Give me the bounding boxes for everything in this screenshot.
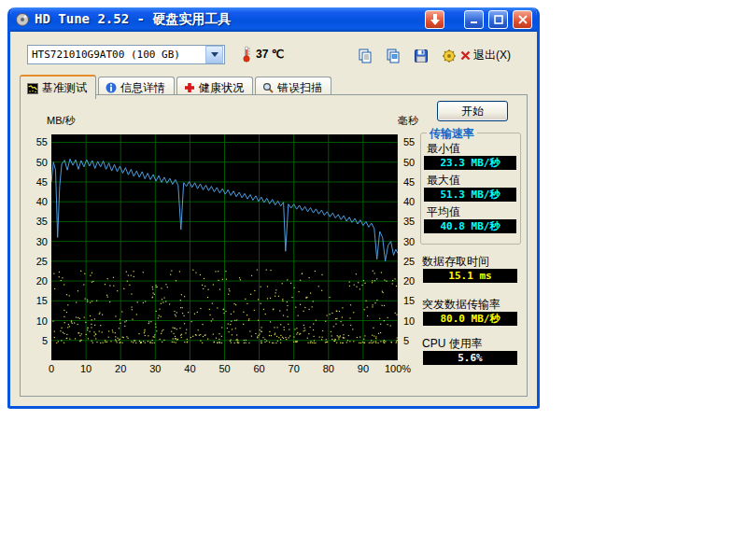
copy-screenshot-button[interactable] <box>382 46 404 66</box>
tab-benchmark[interactable]: 基准测试 <box>20 75 96 99</box>
options-icon <box>442 49 457 63</box>
info-icon <box>106 82 117 93</box>
x-axis-ticks: 0102030405060708090100% <box>51 364 398 377</box>
health-cross-icon <box>184 82 195 93</box>
exit-x-icon <box>460 50 471 61</box>
chevron-down-icon[interactable] <box>205 46 223 63</box>
access-time-value: 15.1 ms <box>423 269 517 283</box>
right-axis-label: 毫秒 <box>398 114 418 128</box>
toolbar-icons <box>354 46 460 66</box>
y-axis-left-ticks: 555045403530252015105 <box>26 134 49 360</box>
exit-button[interactable]: 退出(X) <box>457 46 514 65</box>
magnifier-icon <box>262 82 274 93</box>
tab-error-scan-label: 错误扫描 <box>277 80 322 96</box>
min-label: 最小值 <box>427 141 460 157</box>
max-label: 最大值 <box>427 173 460 189</box>
transfer-rate-group: 传输速率 最小值 23.3 MB/秒 最大值 51.3 MB/秒 平均值 40.… <box>420 133 521 245</box>
cpu-usage-value: 5.6% <box>423 351 517 365</box>
burst-rate-value: 80.0 MB/秒 <box>423 312 517 326</box>
exit-label: 退出(X) <box>473 48 511 63</box>
app-icon <box>15 12 30 27</box>
benchmark-icon <box>27 83 38 94</box>
copy-screenshot-icon <box>386 49 401 63</box>
start-button[interactable]: 开始 <box>437 101 508 121</box>
window-body: HTS721010G9AT00 (100 GB) 37 ℃ <box>10 32 537 403</box>
desktop: HD Tune 2.52 - 硬盘实用工具 HTS721010G9AT00 (1… <box>0 0 747 560</box>
save-button[interactable] <box>410 46 432 66</box>
tab-info-label: 信息详情 <box>120 80 165 96</box>
temperature-value: 37 ℃ <box>256 48 284 61</box>
avg-label: 平均值 <box>427 204 460 220</box>
access-time-label: 数据存取时间 <box>422 254 489 270</box>
hdtune-window: HD Tune 2.52 - 硬盘实用工具 HTS721010G9AT00 (1… <box>7 7 540 409</box>
tab-health-label: 健康状况 <box>199 80 244 96</box>
cpu-usage-label: CPU 使用率 <box>422 336 483 352</box>
maximize-button[interactable] <box>488 10 508 29</box>
drive-select[interactable]: HTS721010G9AT00 (100 GB) <box>27 45 225 64</box>
copy-text-icon <box>358 49 373 63</box>
download-button[interactable] <box>425 10 444 29</box>
burst-rate-label: 突发数据传输率 <box>422 297 500 313</box>
left-axis-label: MB/秒 <box>47 114 76 128</box>
thermometer-icon <box>242 46 251 63</box>
max-value: 51.3 MB/秒 <box>424 188 516 202</box>
drive-select-value: HTS721010G9AT00 (100 GB) <box>28 49 204 61</box>
titlebar[interactable]: HD Tune 2.52 - 硬盘实用工具 <box>10 7 537 32</box>
copy-text-button[interactable] <box>354 46 376 66</box>
transfer-rate-group-title: 传输速率 <box>427 126 477 142</box>
save-icon <box>414 49 429 63</box>
temperature-display: 37 ℃ <box>242 46 284 63</box>
benchmark-tab-page: MB/秒 毫秒 555045403530252015105 5550454035… <box>20 94 528 397</box>
minimize-button[interactable] <box>464 10 484 29</box>
window-title: HD Tune 2.52 - 硬盘实用工具 <box>35 11 420 28</box>
min-value: 23.3 MB/秒 <box>424 156 516 170</box>
tab-benchmark-label: 基准测试 <box>42 80 87 96</box>
avg-value: 40.8 MB/秒 <box>424 219 516 233</box>
close-button[interactable] <box>513 10 532 29</box>
benchmark-chart <box>51 134 398 360</box>
